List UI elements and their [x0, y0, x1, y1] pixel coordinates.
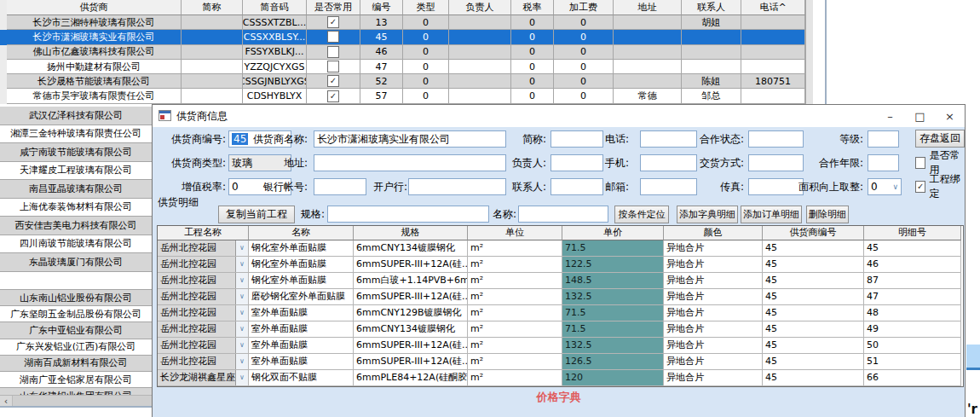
column-header[interactable]: 加工费	[554, 0, 614, 15]
cell[interactable]: m²	[468, 273, 562, 289]
list-item[interactable]: 东晶玻璃厦门有限公司	[0, 253, 152, 272]
column-header[interactable]: 编号	[360, 0, 403, 15]
column-header[interactable]: 名称	[249, 226, 354, 240]
list-item[interactable]: 四川南玻节能玻璃有限公司	[0, 235, 152, 254]
scrollbar-thumb[interactable]	[12, 396, 152, 406]
project-combo-cell[interactable]: 岳州北控花园∨	[158, 338, 249, 354]
list-item[interactable]: 湖南百成新材料有限公司	[0, 356, 152, 372]
unit-price-cell[interactable]: 71.5	[562, 321, 664, 338]
cell[interactable]: m²	[468, 338, 562, 354]
horizontal-scrollbar[interactable]: ‹	[0, 395, 152, 406]
cell[interactable]: m²	[468, 240, 562, 257]
coop-status-input[interactable]	[748, 130, 804, 148]
address-input[interactable]	[314, 154, 506, 171]
cell[interactable]: 6mm白玻+1.14PVB+6mm...	[354, 273, 468, 289]
column-header[interactable]: 税率	[511, 0, 554, 15]
cell[interactable]: m²	[468, 370, 562, 386]
common-use-checkbox[interactable]: 是否常用	[915, 154, 965, 171]
cell[interactable]: m²	[468, 305, 562, 321]
spec-filter-input[interactable]	[327, 206, 489, 223]
column-header[interactable]: 供货商	[7, 0, 182, 15]
column-header[interactable]: 颜色	[664, 226, 763, 240]
project-combo-cell[interactable]: 长沙龙湖祺鑫星座∨	[158, 370, 249, 386]
list-item[interactable]: 咸宁南玻节能玻璃有限公司	[0, 143, 152, 162]
column-header[interactable]: 是否常用	[307, 0, 360, 15]
cell[interactable]: 钢化室外单面贴膜	[249, 273, 354, 289]
coop-years-input[interactable]	[868, 154, 899, 171]
chevron-down-icon[interactable]: ∨	[235, 273, 248, 288]
save-return-button[interactable]: 存盘返回	[915, 130, 965, 148]
cell[interactable]: 45	[763, 338, 864, 354]
checkbox-icon[interactable]	[327, 46, 339, 58]
cell[interactable]: 6mmSUPER-III+12A(硅...	[354, 338, 468, 354]
checkbox-checked-icon[interactable]: ✓	[915, 181, 925, 193]
cell[interactable]: 45	[763, 273, 864, 289]
column-header[interactable]: 工程名称	[158, 226, 249, 240]
column-header[interactable]: 供货商编号	[763, 226, 864, 240]
cell[interactable]: 45	[763, 240, 864, 257]
column-header[interactable]: 简音码	[243, 0, 307, 15]
list-item[interactable]: 广东兴发铝业(江西)有限公司	[0, 339, 152, 356]
scroll-left-arrow-icon[interactable]: ‹	[0, 396, 12, 406]
add-dictionary-detail-button[interactable]: 添加字典明细	[677, 206, 738, 223]
project-combo-cell[interactable]: 岳州北控花园∨	[158, 240, 249, 257]
chevron-down-icon[interactable]: ∨	[235, 240, 248, 256]
column-header[interactable]: 类型	[403, 0, 449, 15]
cell[interactable]: 48	[864, 305, 961, 321]
cell[interactable]: 6mmSUPER-III+12A(硅...	[354, 289, 468, 305]
unit-price-cell[interactable]: 71.5	[562, 240, 664, 257]
unit-price-cell[interactable]: 132.5	[562, 289, 664, 305]
close-button[interactable]: ×	[935, 105, 965, 127]
unit-price-cell[interactable]: 71.5	[562, 305, 664, 321]
cell[interactable]: 异地合片	[664, 370, 763, 386]
checkbox-icon[interactable]	[915, 157, 925, 169]
cell[interactable]: 6mmCNY134镀膜钢化	[354, 240, 468, 257]
list-item[interactable]: 南昌亚晶玻璃有限公司	[0, 180, 152, 199]
chevron-down-icon[interactable]: ∨	[235, 305, 248, 321]
table-row[interactable]: 常德市昊宇玻璃有限责任公司CDSHYBLYX✓57000常德邹总	[7, 89, 805, 103]
cell[interactable]: 室外单面贴膜	[249, 338, 354, 354]
unit-price-cell[interactable]: 148.5	[562, 273, 664, 289]
maximize-button[interactable]: □	[905, 105, 935, 127]
cell[interactable]: 磨砂钢化室外单面贴膜	[249, 289, 354, 305]
cell[interactable]: 87	[864, 273, 961, 289]
list-item[interactable]: 武汉亿泽科技有限公司	[0, 107, 152, 125]
chevron-down-icon[interactable]: ∨	[235, 338, 248, 353]
column-header[interactable]: 地址	[614, 0, 682, 15]
list-item[interactable]: 西安佳吉美电力科技有限公司	[0, 217, 152, 235]
name-filter-input[interactable]	[518, 206, 608, 223]
copy-current-project-button[interactable]: 复制当前工程	[218, 206, 295, 223]
checkbox-checked-icon[interactable]: ✓	[327, 75, 339, 87]
cell[interactable]: 异地合片	[664, 305, 763, 321]
area-round-combobox[interactable]: ∨0	[868, 178, 902, 195]
cell[interactable]: 异地合片	[664, 273, 763, 289]
cell[interactable]: 45	[763, 370, 864, 386]
minimize-button[interactable]: –	[875, 105, 905, 127]
cell[interactable]: 45	[763, 354, 864, 370]
project-combo-cell[interactable]: 岳州北控花园∨	[158, 305, 249, 321]
list-item[interactable]: 天津耀皮工程玻璃有限公司	[0, 162, 152, 181]
price-dictionary-link[interactable]: 价格字典	[153, 390, 965, 405]
cell[interactable]: 6mmCNY129B镀膜钢化	[354, 305, 468, 321]
table-row[interactable]: 扬州中勤建材有限公司YZZQJCYXGS47000	[7, 60, 805, 74]
column-header[interactable]: 电话^	[741, 0, 805, 15]
cell[interactable]: 45	[763, 289, 864, 305]
locate-by-condition-button[interactable]: 按条件定位	[614, 206, 669, 223]
list-item[interactable]: 山东南山铝业股份有限公司	[0, 290, 152, 306]
project-combo-cell[interactable]: 岳州北控花园∨	[158, 321, 249, 338]
list-item[interactable]: 广东中亚铝业有限公司	[0, 322, 152, 339]
project-combo-cell[interactable]: 岳州北控花园∨	[158, 354, 249, 370]
cell[interactable]: 51	[864, 354, 961, 370]
add-order-detail-button[interactable]: 添加订单明细	[741, 206, 802, 223]
cell[interactable]: 6mmSUPER-III+12A(硅...	[354, 354, 468, 370]
column-header[interactable]: 规格	[354, 226, 468, 240]
project-bind-checkbox[interactable]: ✓ 工程绑定	[915, 178, 965, 195]
project-combo-cell[interactable]: 岳州北控花园∨	[158, 273, 249, 289]
bank-input[interactable]	[408, 178, 506, 195]
column-header[interactable]: 单价	[562, 226, 664, 240]
cell[interactable]: 室外单面贴膜	[249, 354, 354, 370]
cell[interactable]: 室外单面贴膜	[249, 305, 354, 321]
cell[interactable]: 异地合片	[664, 321, 763, 338]
checkbox-checked-icon[interactable]: ✓	[327, 16, 339, 28]
chevron-down-icon[interactable]: ∨	[235, 321, 248, 337]
